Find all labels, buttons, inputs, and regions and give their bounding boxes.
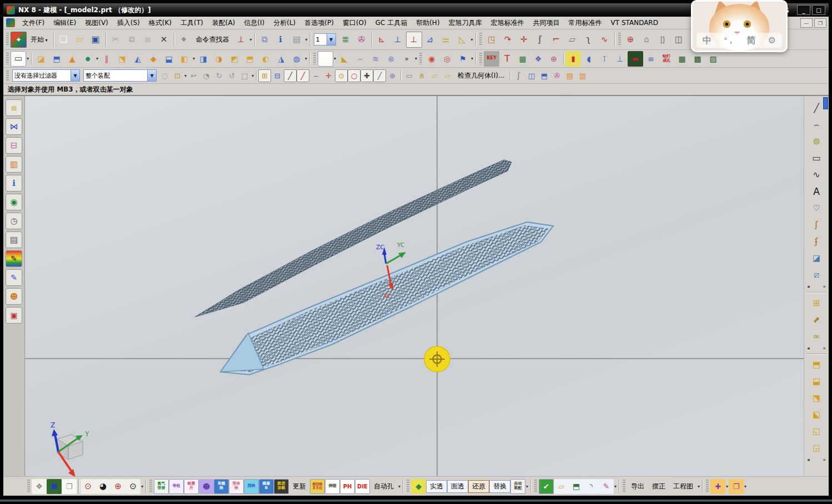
snap-point-icon[interactable]: ⊞ (258, 69, 271, 82)
box-analysis-icon[interactable]: ⬒ (538, 69, 550, 82)
select-general-icon[interactable]: ◌ (158, 69, 171, 82)
export-key-icon[interactable]: ◳ (484, 32, 500, 48)
studio-spline-icon[interactable]: ♡ (808, 200, 825, 216)
command-finder-icon[interactable]: ⌖ (176, 32, 192, 48)
bend-curve-icon[interactable]: ↷ (500, 32, 516, 48)
wheel-icon[interactable]: ✇ (550, 69, 563, 82)
folder-open2-icon[interactable]: ▱ (441, 69, 454, 82)
export-button[interactable]: 导出 (627, 480, 648, 493)
pin-box-icon[interactable]: ◫ (671, 32, 687, 48)
swept-sheet-icon[interactable]: ⊛ (383, 51, 399, 67)
menu-view[interactable]: 视图(V) (81, 17, 113, 29)
toolbar-grip[interactable] (623, 480, 625, 493)
update-button[interactable]: 更新 (289, 480, 310, 493)
examine-geometry-button[interactable]: 检查几何体(I)... (454, 69, 508, 82)
toolbar-grip[interactable] (706, 480, 709, 493)
trim-dropdown[interactable]: ▾ (193, 56, 195, 61)
info-dropdown[interactable]: ▾ (305, 37, 308, 42)
highlight-select-icon[interactable]: ⊡ (171, 69, 184, 82)
more-commands-icon[interactable]: » (399, 51, 414, 67)
unite-icon[interactable]: ⬔ (114, 51, 130, 67)
box-select-icon[interactable]: ⬚ (238, 69, 251, 82)
auto-assemble-dropdown[interactable]: ▾ (526, 484, 528, 489)
key-icon[interactable]: KEY (484, 51, 499, 67)
mold-tool6-icon[interactable]: ◲ (808, 440, 825, 456)
sheet-corner-icon[interactable]: ▱ (564, 32, 580, 48)
blend-icon[interactable]: ◑ (211, 51, 227, 67)
mold-green-icon[interactable]: ⬒ (569, 479, 584, 494)
menu-hongxu-tool-lib[interactable]: 宏旭刀具库 (444, 17, 487, 29)
stop-block-button[interactable]: 挡块 (244, 479, 259, 494)
doc-orange2-icon[interactable]: ▥ (576, 69, 589, 82)
sketch-dropdown[interactable]: ▾ (27, 56, 29, 61)
ruled-sheet-icon[interactable]: ⌢ (352, 51, 368, 67)
mold-check-icon[interactable]: ❖ (530, 51, 546, 67)
swoosh-icon[interactable]: ◝ (584, 479, 599, 494)
draft-icon[interactable]: ◨ (196, 51, 211, 67)
window-info-icon[interactable]: ▤ (289, 32, 305, 48)
selection-scope-combo[interactable]: 整个装配▼ (83, 69, 157, 82)
mold-tool1-icon[interactable]: ⬒ (808, 357, 825, 372)
scrollbar-thumb[interactable] (823, 97, 828, 109)
assembly-link-icon[interactable]: ∞ (808, 329, 825, 344)
roles-icon[interactable]: ✎ (6, 250, 22, 267)
revolve-icon[interactable]: ◭ (130, 51, 146, 67)
mold-toolbar-scroll[interactable]: ◂» (804, 457, 829, 462)
t-bolt-icon[interactable]: T (499, 51, 515, 67)
wcs-dynamics-icon[interactable]: ⟂ (406, 32, 422, 48)
menu-assemblies[interactable]: 装配(A) (208, 17, 240, 29)
drafting-button[interactable]: 工程图 (669, 480, 697, 493)
move-cube-dropdown[interactable]: ▾ (726, 484, 728, 489)
copy-cube-icon[interactable]: ❐ (729, 479, 744, 494)
deform-sphere-icon[interactable]: ◉ (424, 51, 439, 67)
menu-file[interactable]: 文件(F) (18, 17, 49, 29)
boolean-icon[interactable]: ⬒ (242, 51, 258, 67)
bolt-up-icon[interactable]: ⊺ (597, 51, 612, 67)
tangent-line-button[interactable]: 相切线叉车位 (310, 479, 325, 494)
tools-dropdown[interactable]: ▾ (614, 484, 617, 489)
menu-hongxu-standard[interactable]: 宏旭标准件 (487, 17, 529, 29)
paste-icon[interactable]: ⧈ (140, 32, 156, 48)
j-curve-icon[interactable]: ʅ (580, 32, 597, 48)
chain-button[interactable]: 倒链 (325, 479, 340, 494)
die-button[interactable]: DIE (355, 479, 370, 494)
ime-language-indicator[interactable]: 中 (703, 36, 711, 45)
export-dropdown[interactable]: ▾ (698, 484, 700, 489)
copy-cube-dropdown[interactable]: ▾ (744, 484, 746, 489)
mold-base-button[interactable]: 模座B (259, 479, 274, 494)
open-icon[interactable]: ▱ (72, 32, 88, 48)
ime-settings-gear-icon[interactable]: ⚙ (768, 36, 776, 45)
measure-angle-icon[interactable]: ◺ (454, 32, 470, 48)
solid-translucent-button[interactable]: 实透 (426, 480, 447, 493)
spring-coil-icon[interactable]: ≡ (643, 51, 659, 67)
drawing-view-icon[interactable]: ❐ (62, 479, 77, 494)
csys-dropdown[interactable]: ▾ (250, 37, 252, 42)
snap-quadrant-icon[interactable]: ✛ (322, 69, 335, 82)
electrode-green-icon[interactable]: ▦ (515, 51, 530, 67)
horn-icon[interactable]: ◖ (581, 51, 597, 67)
through-curves-icon[interactable]: ≋ (368, 51, 383, 67)
snap-point-ball[interactable] (424, 346, 450, 372)
plate-red-icon[interactable]: ▬ (628, 51, 643, 67)
menu-insert[interactable]: 插入(S) (113, 17, 144, 29)
check-ok-icon[interactable]: ✔ (539, 479, 554, 494)
menu-preferences[interactable]: 首选项(P) (300, 17, 338, 29)
brush-icon[interactable]: ✎ (599, 479, 614, 494)
toolbar-grip[interactable] (407, 480, 409, 493)
black-dot-icon[interactable]: ⊙ (126, 479, 141, 494)
punch-post-icon[interactable]: ▮ (565, 51, 581, 67)
start-button[interactable]: 开始 ▾ (27, 33, 52, 46)
more-dropdown[interactable]: ▾ (415, 56, 417, 61)
part-info-icon[interactable]: ℹ (273, 32, 289, 48)
layer-combo[interactable]: 1▼ (314, 33, 336, 46)
snap-center-icon[interactable]: ⊙ (335, 69, 348, 82)
toolbar-grip[interactable] (419, 53, 422, 64)
snap-plus-icon[interactable]: ✚ (360, 69, 373, 82)
lifting-block-button[interactable]: 吊模块 (214, 479, 229, 494)
display-dropdown[interactable]: ▾ (141, 484, 143, 489)
snap-circle-icon[interactable]: ○ (348, 69, 360, 82)
menu-window[interactable]: 窗口(O) (338, 17, 371, 29)
menu-format[interactable]: 格式(K) (144, 17, 176, 29)
guide-pillar-button[interactable]: 导柱 (169, 479, 184, 494)
snap-star-icon[interactable]: ⊛ (386, 69, 399, 82)
